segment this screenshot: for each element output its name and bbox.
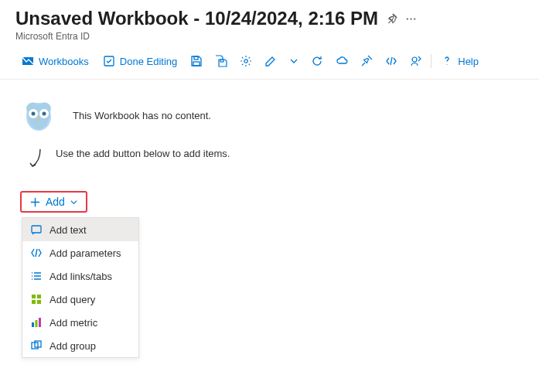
feedback-icon (410, 55, 422, 67)
menu-add-parameters[interactable]: Add parameters (22, 241, 138, 264)
pin-icon (360, 55, 373, 67)
gear-icon (240, 55, 252, 67)
group-icon (30, 339, 43, 352)
content: This Workbook has no content. Use the ad… (0, 80, 539, 372)
save-button[interactable] (185, 51, 208, 71)
menu-label: Add query (49, 294, 95, 305)
svg-rect-6 (193, 62, 200, 66)
done-editing-label: Done Editing (120, 56, 177, 67)
edit-chevron[interactable] (284, 53, 304, 70)
add-label: Add (46, 196, 65, 208)
menu-label: Add metric (49, 317, 97, 329)
workbooks-button[interactable]: Workbooks (15, 51, 95, 71)
code-icon (385, 55, 397, 67)
svg-rect-22 (39, 318, 41, 327)
menu-add-text[interactable]: Add text (22, 218, 138, 241)
svg-point-0 (407, 18, 408, 19)
settings-button[interactable] (234, 51, 258, 71)
cloud-icon (336, 55, 348, 67)
separator (431, 54, 432, 68)
add-menu: Add text Add parameters Add links/tabs A… (22, 217, 139, 358)
svg-rect-7 (220, 60, 223, 62)
share-button[interactable] (330, 51, 353, 71)
save-as-button[interactable] (210, 51, 233, 71)
header: Unsaved Workbook - 10/24/2024, 2:16 PM M… (0, 0, 539, 46)
menu-label: Add links/tabs (49, 271, 112, 282)
svg-rect-20 (32, 322, 34, 327)
svg-point-13 (32, 112, 36, 116)
chart-icon (30, 316, 43, 329)
hint-row: Use the add button below to add items. (28, 148, 517, 171)
code-button[interactable] (380, 51, 403, 71)
done-icon (103, 55, 115, 67)
arrow-icon (28, 148, 45, 171)
empty-message: This Workbook has no content. (73, 110, 211, 121)
save-icon (190, 55, 203, 67)
edit-button[interactable] (259, 51, 282, 71)
workbooks-label: Workbooks (39, 56, 89, 67)
svg-rect-15 (32, 226, 41, 233)
save-as-icon (215, 55, 227, 67)
svg-point-2 (414, 18, 415, 19)
menu-add-metric[interactable]: Add metric (22, 311, 138, 334)
help-icon (441, 55, 453, 67)
feedback-button[interactable] (404, 51, 428, 71)
svg-rect-21 (36, 320, 38, 327)
menu-add-links[interactable]: Add links/tabs (22, 264, 138, 288)
owl-icon (22, 98, 56, 132)
chevron-down-icon (70, 198, 78, 206)
svg-rect-19 (37, 300, 41, 304)
refresh-button[interactable] (305, 51, 329, 71)
svg-rect-16 (32, 295, 36, 298)
pencil-icon (264, 55, 277, 67)
list-icon (30, 270, 43, 282)
toolbar: Workbooks Done Editing Help (0, 46, 539, 80)
title-row: Unsaved Workbook - 10/24/2024, 2:16 PM (15, 8, 524, 29)
svg-point-14 (43, 112, 46, 116)
help-button[interactable]: Help (435, 51, 485, 71)
refresh-icon (311, 55, 323, 67)
pin-toolbar-button[interactable] (355, 51, 378, 71)
pin-icon[interactable] (386, 13, 397, 25)
menu-add-query[interactable]: Add query (22, 288, 138, 311)
svg-rect-18 (32, 300, 36, 304)
svg-point-8 (244, 60, 247, 63)
more-icon[interactable] (405, 13, 417, 25)
parameters-icon (30, 247, 43, 259)
svg-point-1 (410, 18, 411, 19)
menu-label: Add group (49, 340, 96, 352)
grid-icon (30, 293, 43, 305)
workbooks-icon (22, 55, 34, 67)
breadcrumb: Microsoft Entra ID (15, 31, 524, 42)
help-label: Help (458, 56, 479, 67)
svg-point-9 (412, 57, 417, 62)
svg-rect-5 (194, 56, 198, 60)
menu-label: Add parameters (49, 247, 121, 259)
svg-rect-3 (22, 57, 33, 65)
menu-label: Add text (49, 224, 87, 236)
hint-text: Use the add button below to add items. (56, 148, 230, 159)
add-button[interactable]: Add (20, 191, 87, 213)
menu-add-group[interactable]: Add group (22, 334, 138, 357)
empty-state: This Workbook has no content. (22, 98, 517, 132)
chevron-down-icon (289, 56, 298, 66)
svg-rect-4 (104, 56, 114, 66)
done-editing-button[interactable]: Done Editing (97, 51, 183, 71)
page-title: Unsaved Workbook - 10/24/2024, 2:16 PM (15, 8, 378, 29)
svg-rect-17 (37, 295, 41, 298)
text-icon (30, 223, 43, 236)
plus-icon (29, 196, 41, 208)
